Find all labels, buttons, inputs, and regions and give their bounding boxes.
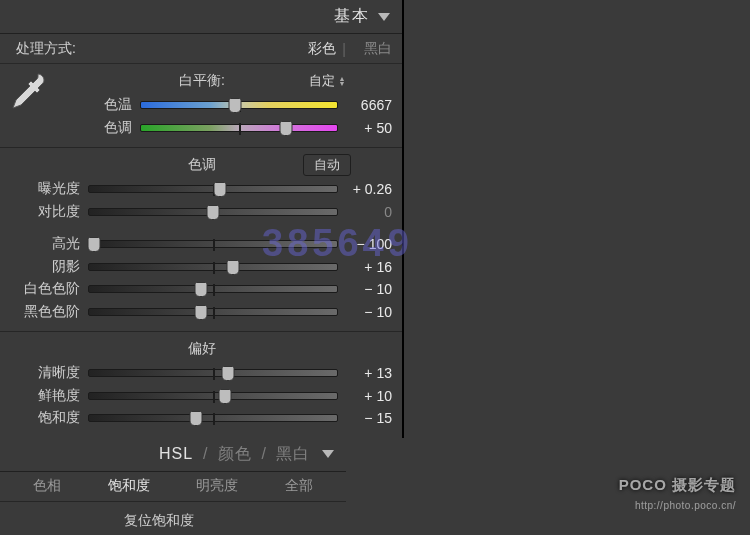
slider-track[interactable] [88, 369, 338, 377]
slider-value[interactable]: − 10 [338, 304, 392, 320]
slider-knob[interactable] [219, 389, 232, 404]
slider-track[interactable] [88, 208, 338, 216]
hsl-tab-hsl[interactable]: HSL [159, 445, 193, 463]
hsl-tab-color[interactable]: 颜色 [218, 444, 252, 465]
basic-title: 基本 [334, 6, 370, 27]
slider-label: 对比度 [0, 203, 88, 221]
slider-knob[interactable] [214, 182, 227, 197]
treatment-row: 处理方式: 彩色 | 黑白 [0, 34, 402, 64]
slider-knob[interactable] [221, 366, 234, 381]
slider-清晰度[interactable]: 清晰度+ 13 [0, 362, 392, 385]
slider-knob[interactable] [194, 305, 207, 320]
slider-label: 色温 [52, 96, 140, 114]
eyedropper-tool[interactable] [4, 68, 52, 116]
treatment-color[interactable]: 彩色 [308, 40, 336, 58]
slider-value[interactable]: 6667 [338, 97, 392, 113]
watermark-brand: POCO 摄影专题 [619, 476, 736, 495]
slider-阴影[interactable]: 阴影+ 16 [0, 256, 392, 279]
slider-对比度[interactable]: 对比度0 [0, 201, 392, 224]
slider-红色[interactable]: 红色− 20 [0, 532, 336, 536]
slider-label: 清晰度 [0, 364, 88, 382]
slider-label: 阴影 [0, 258, 88, 276]
slider-knob[interactable] [226, 260, 239, 275]
slider-label: 鲜艳度 [0, 387, 88, 405]
slider-track[interactable] [88, 308, 338, 316]
presence-group: 偏好 清晰度+ 13鲜艳度+ 10饱和度− 15 [0, 332, 402, 438]
hsl-tab-bw[interactable]: 黑白 [276, 444, 310, 465]
slider-knob[interactable] [189, 411, 202, 426]
slider-label: 黑色色阶 [0, 303, 88, 321]
hsl-panel-header[interactable]: HSL / 颜色 / 黑白 [0, 438, 346, 472]
slider-高光[interactable]: 高光− 100 [0, 233, 392, 256]
treatment-bw[interactable]: 黑白 [364, 40, 392, 58]
slider-label: 曝光度 [0, 180, 88, 198]
slider-value[interactable]: + 10 [338, 388, 392, 404]
sat-reset-label[interactable]: 复位饱和度 [12, 506, 306, 532]
slider-色调[interactable]: 色调+ 50 [52, 117, 392, 140]
slider-value[interactable]: + 0.26 [338, 181, 392, 197]
slider-黑色色阶[interactable]: 黑色色阶− 10 [0, 301, 392, 324]
treatment-label: 处理方式: [16, 40, 76, 58]
slider-value[interactable]: − 100 [338, 236, 392, 252]
slider-knob[interactable] [229, 98, 242, 113]
wb-preset-select[interactable]: 自定 ▲▼ [309, 72, 346, 90]
slider-label: 白色色阶 [0, 280, 88, 298]
hsl-subtabs: 色相 饱和度 明亮度 全部 [0, 472, 346, 502]
slider-曝光度[interactable]: 曝光度+ 0.26 [0, 178, 392, 201]
tone-title: 色调 [142, 156, 262, 174]
presence-title: 偏好 [142, 340, 262, 358]
slider-track[interactable] [140, 124, 338, 132]
slider-色温[interactable]: 色温6667 [52, 94, 392, 117]
slider-track[interactable] [88, 414, 338, 422]
slider-饱和度[interactable]: 饱和度− 15 [0, 407, 392, 430]
slider-value[interactable]: + 13 [338, 365, 392, 381]
auto-tone-button[interactable]: 自动 [303, 154, 351, 176]
tone-group: 色调 自动 曝光度+ 0.26对比度0 高光− 100阴影+ 16白色色阶− 1… [0, 148, 402, 332]
slider-track[interactable] [88, 392, 338, 400]
subtab-all[interactable]: 全部 [285, 477, 313, 495]
slider-value[interactable]: 0 [338, 204, 392, 220]
slider-knob[interactable] [207, 205, 220, 220]
slider-track[interactable] [88, 185, 338, 193]
slider-鲜艳度[interactable]: 鲜艳度+ 10 [0, 385, 392, 408]
slider-value[interactable]: + 50 [338, 120, 392, 136]
slider-label: 高光 [0, 235, 88, 253]
slider-track[interactable] [140, 101, 338, 109]
slider-label: 饱和度 [0, 409, 88, 427]
slider-value[interactable]: − 10 [338, 281, 392, 297]
slider-knob[interactable] [280, 121, 293, 136]
wb-title: 白平衡: [142, 72, 262, 90]
subtab-hue[interactable]: 色相 [33, 477, 61, 495]
slider-label: 色调 [52, 119, 140, 137]
slider-value[interactable]: + 16 [338, 259, 392, 275]
subtab-lum[interactable]: 明亮度 [196, 477, 238, 495]
slider-track[interactable] [88, 285, 338, 293]
slider-value[interactable]: − 15 [338, 410, 392, 426]
slider-track[interactable] [88, 263, 338, 271]
watermark-url: http://photo.poco.cn/ [635, 500, 736, 511]
slider-白色色阶[interactable]: 白色色阶− 10 [0, 278, 392, 301]
collapse-icon[interactable] [322, 450, 334, 458]
white-balance-group: 白平衡: 自定 ▲▼ 色温6667色调+ 50 [0, 64, 402, 148]
basic-panel-header[interactable]: 基本 [0, 0, 402, 34]
slider-track[interactable] [88, 240, 338, 248]
slider-knob[interactable] [87, 237, 100, 252]
collapse-icon[interactable] [378, 13, 390, 21]
subtab-sat[interactable]: 饱和度 [108, 477, 150, 495]
slider-knob[interactable] [194, 282, 207, 297]
